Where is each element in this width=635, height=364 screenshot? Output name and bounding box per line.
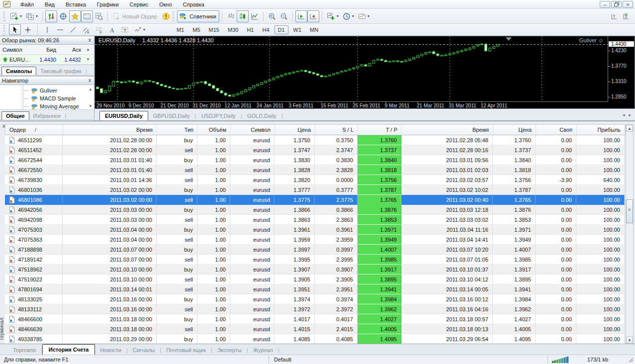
minimize-button[interactable]: – <box>600 1 610 8</box>
column-ask[interactable]: Аск <box>59 47 84 53</box>
terminal-tab-Журнал[interactable]: Журнал <box>248 346 278 355</box>
column-header-4[interactable]: Символ <box>231 125 275 135</box>
chart-tab-USDJPY,Daily[interactable]: USDJPY,Daily <box>196 111 241 120</box>
close-icon[interactable]: x <box>87 37 93 43</box>
terminal-tab-Торговля[interactable]: Торговля <box>8 346 41 355</box>
scroll-up-icon[interactable]: ▲ <box>84 47 91 52</box>
periods-button[interactable]: ▾ <box>341 10 356 22</box>
menu-item-Справка[interactable]: Справка <box>178 1 209 8</box>
terminal-tab-Почтовый ящик[interactable]: Почтовый ящик <box>161 346 210 355</box>
history-row[interactable]: 481330252011.03.16 00:00buy1.00eurusd1.3… <box>5 294 625 304</box>
data-window-button[interactable] <box>57 10 69 22</box>
history-row[interactable]: 471891422011.03.07 00:00sell1.00eurusd1.… <box>5 255 625 265</box>
history-row[interactable]: 481331122011.03.16 00:00sell1.00eurusd1.… <box>5 304 625 314</box>
chart-tab-EURUSD,Daily[interactable]: EURUSD,Daily <box>99 111 148 120</box>
tab-Избранное[interactable]: Избранное <box>29 112 65 120</box>
scroll-down-icon[interactable]: ▼ <box>84 57 91 62</box>
navigator-item-Moving Average[interactable]: Moving Average <box>24 102 94 109</box>
terminal-button[interactable] <box>81 10 93 22</box>
price-chart[interactable]: 29 Nov 20109 Dec 201021 Dec 201031 Dec 2… <box>95 36 608 108</box>
column-bid[interactable]: Бид <box>31 47 59 53</box>
menu-item-Вид[interactable]: Вид <box>40 1 60 8</box>
navigator-item-Guliver[interactable]: Guliver <box>24 87 94 94</box>
history-row[interactable]: 478016942011.03.14 00:01sell1.00eurusd1.… <box>5 284 625 294</box>
column-header-9[interactable]: Цена <box>493 125 536 135</box>
menu-item-Файл[interactable]: Файл <box>15 1 39 8</box>
strategy-tester-button[interactable] <box>93 10 105 22</box>
profiles-button[interactable]: ▾ <box>24 10 40 22</box>
timeframe-H4[interactable]: H4 <box>259 25 272 34</box>
close-button[interactable]: × <box>623 1 633 8</box>
column-header-2[interactable]: Тип <box>157 125 198 135</box>
scroll-up-icon[interactable]: ▲ <box>626 125 633 132</box>
timeframe-MN[interactable]: MN <box>306 25 322 34</box>
column-header-6[interactable]: S / L <box>315 125 358 135</box>
trendline-button[interactable] <box>67 24 79 35</box>
history-row[interactable]: 467398302011.03.01 14:36sell1.00eurusd1.… <box>5 175 625 185</box>
chart-shift-button[interactable] <box>307 10 319 22</box>
timeframe-W1[interactable]: W1 <box>290 25 305 34</box>
history-row[interactable]: 466725502011.03.01 01:40sell1.00eurusd1.… <box>5 165 625 175</box>
history-row[interactable]: 471888982011.03.07 00:00buy1.00eurusd1.3… <box>5 245 625 255</box>
tab-Тиковый график[interactable]: Тиковый график <box>36 67 86 75</box>
history-row[interactable]: 465112992011.02.28 00:00buy1.00eurusd1.3… <box>5 135 625 145</box>
resize-grip[interactable] <box>626 355 635 364</box>
tab-Символы[interactable]: Символы <box>1 67 36 75</box>
navigator-button[interactable] <box>69 10 81 22</box>
close-icon[interactable]: x <box>87 78 93 84</box>
menu-item-Графики[interactable]: Графики <box>92 1 124 8</box>
menu-item-Окно[interactable]: Окно <box>154 1 177 8</box>
zoom-in-button[interactable] <box>266 10 278 22</box>
timeframe-M5[interactable]: M5 <box>189 25 203 34</box>
history-row[interactable]: 469420562011.03.03 00:00buy1.00eurusd1.3… <box>5 205 625 215</box>
column-symbol[interactable]: Символ <box>0 47 31 53</box>
timeframe-M15[interactable]: M15 <box>205 25 223 34</box>
alert-button[interactable] <box>160 10 172 22</box>
column-header-10[interactable]: Своп <box>536 125 577 135</box>
column-header-8[interactable]: Время <box>402 125 493 135</box>
timeframe-D1[interactable]: D1 <box>274 25 288 34</box>
column-header-5[interactable]: Цена <box>275 125 315 135</box>
history-row[interactable]: 493387852011.03.29 00:00buy1.00eurusd1.4… <box>5 334 625 344</box>
bar-chart-button[interactable] <box>225 10 237 22</box>
advisors-button[interactable]: Советники <box>177 10 219 22</box>
scroll-up-icon[interactable]: ▲ <box>89 87 92 91</box>
timeframe-H1[interactable]: H1 <box>243 25 257 34</box>
restore-button[interactable] <box>611 1 622 8</box>
history-row[interactable]: 465114522011.02.28 00:00sell1.00eurusd1.… <box>5 145 625 155</box>
column-header-3[interactable]: Объём <box>198 125 231 135</box>
navigator-item-MACD Sample[interactable]: MACD Sample <box>24 94 94 102</box>
cursor-button[interactable] <box>9 24 21 35</box>
timeframe-M1[interactable]: M1 <box>173 25 187 34</box>
terminal-tab-Новости[interactable]: Новости <box>95 346 126 355</box>
price-scale[interactable]: 1.44301.42301.37701.33101.2850 <box>608 36 635 101</box>
menu-item-Сервис[interactable]: Сервис <box>125 1 154 8</box>
menu-item-Вставка[interactable]: Вставка <box>61 1 91 8</box>
chart-tab-GBPUSD,Daily[interactable]: GBPUSD,Daily <box>148 111 195 120</box>
line-chart-button[interactable] <box>249 10 261 22</box>
axis-scale-button[interactable] <box>608 10 620 22</box>
chart-tab-GOLD,Daily[interactable]: GOLD,Daily <box>242 111 281 120</box>
autoscroll-button[interactable] <box>295 10 307 22</box>
history-row[interactable]: 470753632011.03.04 00:00sell1.00eurusd1.… <box>5 235 625 245</box>
scroll-down-icon[interactable]: ▼ <box>89 104 92 108</box>
vertical-line-button[interactable] <box>41 24 53 35</box>
tab-Общие[interactable]: Общие <box>1 111 29 120</box>
history-row[interactable]: 475189622011.03.10 00:00buy1.00eurusd1.3… <box>5 265 625 274</box>
column-header-7[interactable]: T / P <box>358 125 402 135</box>
history-row[interactable]: 475190222011.03.10 00:00sell1.00eurusd1.… <box>5 274 625 284</box>
market-watch-button[interactable] <box>45 10 57 22</box>
history-row[interactable]: 470753032011.03.04 00:00buy1.00eurusd1.3… <box>5 225 625 235</box>
history-row[interactable]: 466725442011.03.01 01:40buy1.00eurusd1.3… <box>5 155 625 165</box>
crosshair-button[interactable] <box>22 24 34 35</box>
scroll-down-icon[interactable]: ▼ <box>626 337 633 344</box>
candle-chart-button[interactable] <box>237 10 249 22</box>
tab-scroll-left-icon[interactable]: ◂ <box>623 112 625 117</box>
zoom-out-button[interactable] <box>278 10 290 22</box>
text-label-button[interactable]: T <box>119 24 131 35</box>
history-row[interactable]: 468010862011.03.02 00:00sell1.00eurusd1.… <box>5 195 625 205</box>
text-button[interactable]: A <box>106 24 118 35</box>
column-header-11[interactable]: Прибыль <box>577 125 625 135</box>
indicators-button[interactable]: ▾ <box>325 10 341 22</box>
new-chart-button[interactable]: ▾ <box>8 10 24 22</box>
